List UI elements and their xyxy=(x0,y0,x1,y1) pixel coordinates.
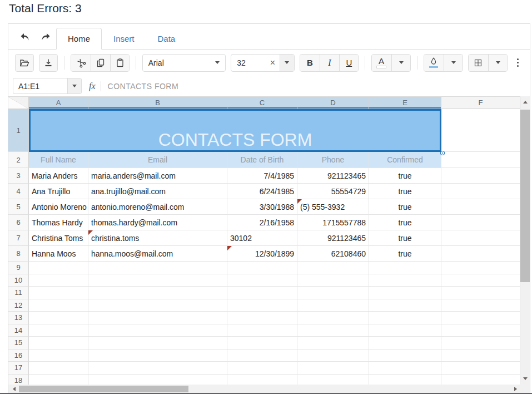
grid-cell[interactable]: Email xyxy=(88,152,227,168)
name-box-value[interactable]: A1:E1 xyxy=(13,78,67,93)
grid-cell[interactable]: Maria Anders xyxy=(29,168,88,184)
grid-cell[interactable] xyxy=(369,324,441,337)
grid-cell[interactable] xyxy=(441,324,520,337)
grid-cell[interactable] xyxy=(227,362,297,375)
grid-cell[interactable]: Christina Toms xyxy=(29,230,88,246)
grid-cell[interactable]: 3/30/1988 xyxy=(227,199,297,215)
grid-cell[interactable]: 12/30/1899 xyxy=(227,246,297,262)
grid-cell[interactable] xyxy=(88,375,227,385)
grid-cell[interactable] xyxy=(369,362,441,375)
borders-dropdown[interactable] xyxy=(488,55,508,71)
grid-cell[interactable] xyxy=(369,274,441,287)
grid-cell[interactable]: antonio.moreno@mail.com xyxy=(88,199,227,215)
grid-cell[interactable]: hanna.moos@mail.com xyxy=(88,246,227,262)
grid-cell[interactable]: true xyxy=(369,184,441,199)
grid-cell[interactable] xyxy=(297,287,369,299)
grid-cell[interactable]: Hanna Moos xyxy=(29,246,88,262)
grid-cell[interactable]: 921123465 xyxy=(297,168,369,184)
grid-cell[interactable] xyxy=(29,349,88,362)
column-header-B[interactable]: B xyxy=(88,97,227,109)
row-header-7[interactable]: 7 xyxy=(8,230,29,246)
grid-cell[interactable] xyxy=(369,299,441,312)
grid-cell[interactable]: 921123465 xyxy=(297,230,369,246)
open-file-button[interactable] xyxy=(15,54,34,72)
grid-cell[interactable]: 6/24/1985 xyxy=(227,184,297,199)
row-header-5[interactable]: 5 xyxy=(8,199,29,215)
paste-button[interactable] xyxy=(110,55,130,71)
grid-cell[interactable]: Date of Birth xyxy=(227,152,297,168)
grid-cell[interactable]: 62108460 xyxy=(297,246,369,262)
grid-cell[interactable] xyxy=(88,337,227,349)
grid-cell[interactable]: true xyxy=(369,199,441,215)
grid-cell[interactable]: true xyxy=(369,230,441,246)
grid-cell[interactable] xyxy=(441,312,520,324)
toolbar-overflow-button[interactable] xyxy=(513,56,523,70)
row-header-4[interactable]: 4 xyxy=(8,184,29,199)
copy-button[interactable] xyxy=(91,55,110,71)
vertical-scrollbar[interactable] xyxy=(520,96,530,385)
selection-fill-handle[interactable] xyxy=(441,151,444,155)
row-header-12[interactable]: 12 xyxy=(8,299,29,312)
grid-cell[interactable] xyxy=(29,274,88,287)
tab-home[interactable]: Home xyxy=(56,28,102,50)
bold-button[interactable]: B xyxy=(300,55,320,71)
horizontal-scrollbar[interactable] xyxy=(8,385,520,393)
grid-cell[interactable] xyxy=(29,337,88,349)
grid-cell[interactable]: 7/4/1985 xyxy=(227,168,297,184)
grid-cell[interactable]: 30102 xyxy=(227,230,297,246)
grid-cell[interactable] xyxy=(441,199,520,215)
grid-cell[interactable] xyxy=(441,262,520,274)
grid-cell[interactable] xyxy=(88,262,227,274)
underline-button[interactable]: U xyxy=(339,55,359,71)
grid-cell[interactable] xyxy=(441,362,520,375)
column-header-C[interactable]: C xyxy=(227,97,297,109)
grid-cell[interactable] xyxy=(88,324,227,337)
grid-cell[interactable] xyxy=(369,287,441,299)
grid-cell[interactable] xyxy=(441,168,520,184)
grid-cell[interactable] xyxy=(441,337,520,349)
row-header-11[interactable]: 11 xyxy=(8,287,29,299)
grid-cell[interactable] xyxy=(369,349,441,362)
row-header-16[interactable]: 16 xyxy=(8,349,29,362)
grid-cell[interactable] xyxy=(297,312,369,324)
grid-cell[interactable] xyxy=(227,375,297,385)
row-header-6[interactable]: 6 xyxy=(8,215,29,230)
scroll-up-button[interactable] xyxy=(520,97,530,107)
undo-button[interactable] xyxy=(18,31,32,43)
grid-cell[interactable] xyxy=(29,287,88,299)
grid-cell[interactable] xyxy=(29,362,88,375)
grid-cell[interactable] xyxy=(441,184,520,199)
grid-cell[interactable]: maria.anders@mail.com xyxy=(88,168,227,184)
grid-cell[interactable] xyxy=(441,109,520,152)
grid-cell[interactable]: thomas.hardy@mail.com xyxy=(88,215,227,230)
scroll-down-button[interactable] xyxy=(520,374,530,383)
grid-cell[interactable] xyxy=(29,262,88,274)
grid-cell[interactable] xyxy=(297,262,369,274)
grid-cell[interactable]: Phone xyxy=(297,152,369,168)
grid-cell[interactable] xyxy=(369,262,441,274)
grid-cell[interactable] xyxy=(441,215,520,230)
grid-cell[interactable]: Confirmed xyxy=(369,152,441,168)
row-header-9[interactable]: 9 xyxy=(8,262,29,274)
clear-size-button[interactable]: × xyxy=(266,55,280,71)
grid-cell[interactable] xyxy=(297,375,369,385)
column-header-E[interactable]: E xyxy=(369,97,441,109)
select-all-corner[interactable] xyxy=(8,97,29,109)
scroll-left-button[interactable] xyxy=(9,385,19,393)
grid-cell[interactable] xyxy=(88,349,227,362)
grid-cell[interactable] xyxy=(369,312,441,324)
column-header-F[interactable]: F xyxy=(441,97,520,109)
grid-cell[interactable] xyxy=(297,362,369,375)
row-header-13[interactable]: 13 xyxy=(8,312,29,324)
grid-cell[interactable]: true xyxy=(369,246,441,262)
grid-cell[interactable]: (5) 555-3932 xyxy=(297,199,369,215)
grid-cell[interactable] xyxy=(441,152,520,168)
grid-cell[interactable] xyxy=(441,299,520,312)
row-header-18[interactable]: 18 xyxy=(8,375,29,385)
grid-cell[interactable] xyxy=(369,337,441,349)
font-color-button[interactable]: A xyxy=(372,55,391,71)
redo-button[interactable] xyxy=(39,31,52,43)
grid-cell[interactable] xyxy=(441,274,520,287)
row-header-3[interactable]: 3 xyxy=(8,168,29,184)
scroll-right-button[interactable] xyxy=(511,385,520,393)
